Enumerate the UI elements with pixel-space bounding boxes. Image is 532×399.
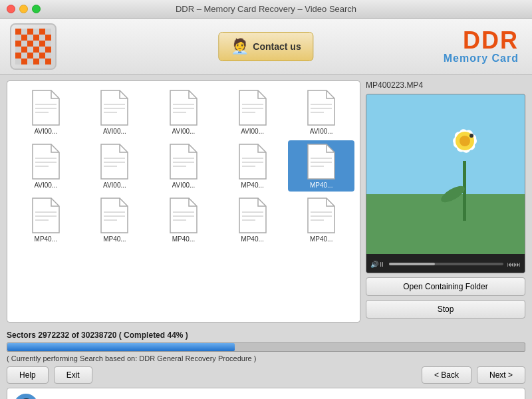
svg-rect-53 (104, 215, 125, 217)
svg-rect-62 (311, 215, 332, 217)
svg-rect-20 (35, 108, 57, 109)
stop-button[interactable]: Stop (366, 300, 525, 319)
svg-rect-41 (173, 162, 194, 163)
svg-rect-29 (242, 108, 263, 109)
svg-rect-56 (173, 215, 194, 217)
file-item-1[interactable]: AVI00... (82, 86, 148, 138)
svg-rect-57 (173, 219, 186, 221)
file-item-11[interactable]: MP40... (82, 194, 148, 245)
svg-rect-40 (173, 158, 194, 159)
svg-rect-65 (366, 194, 525, 254)
next-button[interactable]: Next > (477, 366, 525, 384)
svg-rect-24 (104, 112, 117, 113)
window-controls[interactable] (7, 5, 41, 13)
file-icon (168, 197, 200, 234)
svg-rect-43 (242, 158, 263, 159)
svg-rect-23 (104, 108, 125, 109)
header: 🧑‍💼 Contact us DDR Memory Card (0, 19, 532, 75)
svg-rect-18 (45, 59, 51, 65)
svg-rect-10 (21, 47, 27, 53)
svg-rect-61 (311, 211, 332, 213)
svg-rect-51 (35, 219, 49, 221)
file-item-7[interactable]: AVI00... (150, 140, 217, 192)
file-icon (30, 89, 62, 126)
open-containing-folder-button[interactable]: Open Containing Folder (366, 277, 525, 296)
logo-icon (15, 29, 51, 65)
file-icon (237, 197, 269, 234)
progress-track (7, 342, 525, 352)
svg-rect-26 (173, 108, 194, 109)
svg-rect-8 (27, 41, 33, 47)
svg-rect-42 (173, 166, 186, 167)
maximize-button[interactable] (32, 5, 41, 13)
svg-rect-44 (242, 162, 263, 163)
video-progress-bar[interactable] (389, 263, 503, 265)
right-panel: MP400223.MP4 (366, 80, 525, 323)
svg-rect-17 (33, 59, 39, 65)
file-item-12[interactable]: MP40... (150, 194, 217, 245)
video-progress-fill (389, 263, 435, 265)
sectors-progress-text: Sectors 2972232 of 30238720 ( Completed … (7, 331, 525, 340)
file-item-6[interactable]: AVI00... (82, 140, 148, 192)
svg-rect-4 (21, 35, 27, 41)
file-label: AVI00... (172, 128, 196, 135)
agent-icon: 🧑‍💼 (231, 38, 249, 55)
fast-forward-icon[interactable]: ⏭ (514, 261, 521, 268)
svg-rect-12 (45, 47, 51, 53)
minimize-button[interactable] (19, 5, 28, 13)
file-item-14[interactable]: MP40... (288, 194, 354, 245)
file-icon (305, 89, 337, 126)
svg-rect-22 (104, 104, 125, 105)
file-icon (168, 143, 200, 180)
contact-us-button[interactable]: 🧑‍💼 Contact us (218, 32, 313, 61)
svg-rect-13 (15, 53, 21, 59)
brand-logo: DDR Memory Card (444, 29, 519, 65)
exit-button[interactable]: Exit (54, 366, 92, 384)
svg-rect-54 (104, 219, 117, 221)
file-icon (98, 89, 130, 126)
svg-rect-35 (35, 162, 57, 163)
file-label: AVI00... (103, 182, 126, 189)
info-bar: 💬 To stop recovery, click on 'Stop' Butt… (7, 388, 525, 399)
file-item-8[interactable]: MP40... (219, 140, 286, 192)
file-item-13[interactable]: MP40... (219, 194, 286, 245)
svg-rect-59 (242, 215, 263, 217)
file-icon (168, 89, 200, 126)
svg-rect-63 (311, 219, 324, 221)
file-item-4[interactable]: AVI00... (288, 86, 354, 138)
video-controls[interactable]: 🔊 ⏸ ⏮ ⏭ (366, 254, 525, 273)
file-item-0[interactable]: AVI00... (13, 86, 79, 138)
svg-rect-49 (35, 211, 57, 213)
file-label: MP40... (103, 235, 126, 243)
file-icon (98, 197, 130, 234)
file-item-10[interactable]: MP40... (13, 194, 79, 245)
svg-rect-60 (242, 219, 255, 221)
info-icon: 💬 (14, 394, 38, 399)
file-icon (305, 143, 337, 180)
rewind-icon[interactable]: ⏮ (507, 261, 514, 268)
close-button[interactable] (7, 5, 15, 13)
window-title: DDR – Memory Card Recovery – Video Searc… (176, 4, 356, 14)
svg-rect-6 (45, 35, 51, 41)
help-button[interactable]: Help (7, 366, 49, 384)
file-item-3[interactable]: AVI00... (219, 86, 286, 138)
flower-image (366, 94, 525, 254)
file-label: AVI00... (310, 128, 333, 135)
file-grid-container[interactable]: AVI00... AVI00... AVI00... AVI00... AVI0… (7, 80, 360, 323)
svg-rect-15 (39, 53, 45, 59)
file-label: AVI00... (34, 128, 57, 135)
file-item-9[interactable]: MP40... (288, 140, 354, 192)
back-button[interactable]: < Back (422, 366, 471, 384)
file-label: MP40... (35, 235, 57, 243)
file-item-5[interactable]: AVI00... (13, 140, 79, 192)
video-frame (366, 94, 525, 254)
svg-rect-14 (27, 53, 33, 59)
volume-icon[interactable]: 🔊 (370, 261, 378, 268)
footer-area: Sectors 2972232 of 30238720 ( Completed … (0, 328, 532, 399)
file-item-2[interactable]: AVI00... (150, 86, 217, 138)
file-label: MP40... (172, 235, 195, 243)
svg-rect-46 (311, 158, 332, 159)
svg-rect-30 (242, 112, 255, 113)
pause-icon[interactable]: ⏸ (378, 261, 385, 268)
svg-rect-36 (35, 166, 49, 167)
